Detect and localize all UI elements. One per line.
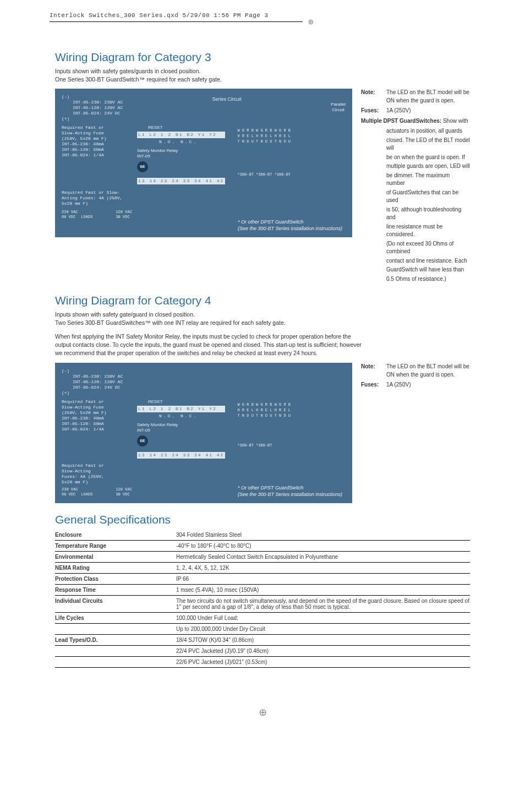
spec-key: Enclosure: [55, 530, 176, 541]
table-row: Life Cycles100,000 Under Full Load;: [55, 613, 470, 624]
section1-sub1: Inputs shown with safety gates/guards in…: [55, 67, 470, 75]
section1-subhead: Inputs shown with safety gates/guards in…: [55, 67, 470, 83]
diag2-v120: INT-05-120: 120V AC: [62, 379, 346, 385]
diag1-terminals: L1 L2 1 2 B1 B2 Y1 Y2: [137, 132, 225, 138]
spec-key: [55, 657, 176, 668]
section2-sub1: Inputs shown with safety gate/guard in c…: [55, 310, 470, 319]
diag1-bfuse1: Required Fast or Slow-: [62, 190, 346, 195]
table-row: Up to 200,000,000 Under Dry Circuit: [55, 624, 470, 635]
spec-value: -40°F to 180°F (-40°C to 80°C): [176, 541, 470, 552]
diag1-footnote: * Or other DPST GuardSwitch (See the 300…: [238, 219, 342, 232]
diag2-wirecolors3: T N D U T N D U T N D U: [237, 413, 291, 419]
fuses1-text: 1A (250V): [386, 107, 411, 115]
diag1-v230: INT-05-230: 230V AC: [62, 100, 123, 105]
diag1-foot1: * Or other DPST GuardSwitch: [238, 219, 342, 225]
spec-key: Protection Class: [55, 574, 176, 585]
spec-key: NEMA Rating: [55, 563, 176, 574]
diag2-outrow: 13 14 23 24 33 34 41 42: [137, 452, 225, 459]
diag1-bfuse3: 5x20 mm F): [62, 201, 346, 206]
spec-key: Temperature Range: [55, 541, 176, 552]
diag1-foot2: (See the 300-BT Series installation inst…: [238, 225, 342, 232]
diag1-polarity-neg: (-): [62, 94, 123, 100]
diag1-wirecolors1: W G R B W G R B W G R B: [237, 128, 291, 134]
section2-row: (-) INT-05-230: 230V AC INT-05-120: 120V…: [55, 363, 470, 503]
multi-line: closed. The LED of the BLT model will: [361, 137, 470, 152]
fuses2-label: Fuses:: [361, 381, 382, 389]
diag2-bfuse2: Slow-Acting: [62, 468, 346, 474]
diag2-bt-labels: *300-BT *300-BT: [237, 443, 291, 449]
diag2-footnote: * Or other DPST GuardSwitch (See the 300…: [238, 484, 342, 498]
diag1-fuse5: INT-05-120: 80mA: [62, 147, 125, 152]
diag1-series-label: Series Circuit: [212, 96, 242, 102]
diag1-volts2: 60 VDC: [62, 215, 78, 220]
section3-title: General Specifications: [55, 513, 470, 526]
diag2-wirecolors1: W G R B W G R B W G R B: [237, 402, 291, 408]
multi-line: line resistance must be considered.: [361, 223, 470, 239]
diag2-bfuse1: Required Fast or: [62, 463, 346, 468]
table-row: Response Time1 msec (5.4VA), 10 msec (15…: [55, 585, 470, 596]
table-row: EnvironmentalHermetically Sealed Contact…: [55, 552, 470, 563]
diag2-fuse3: (250V, 5x20 mm F): [62, 410, 125, 416]
multi-line: actuators in position, all guards: [361, 127, 470, 135]
diag1-fuse2: Slow-Acting Fuse: [62, 130, 125, 136]
page-content: ⊕ ⊕ Wiring Diagram for Category 3 Inputs…: [0, 23, 525, 690]
prepress-header: Interlock Switches_300 Series.qxd 5/29/0…: [0, 0, 525, 23]
diag1-relay1: Safety Monitor Relay: [137, 148, 225, 154]
multi-lead: Show with: [441, 118, 468, 124]
wiring-diagram-cat3: (-) INT-05-230: 230V AC INT-05-120: 120V…: [55, 89, 352, 237]
diag2-fuse1: Required Fast or: [62, 399, 125, 405]
spec-key: Response Time: [55, 585, 176, 596]
spec-value: The two circuits do not switch simultane…: [176, 596, 470, 613]
section2-sub2: Two Series 300-BT GuardSwitches™ with on…: [55, 319, 470, 327]
diag2-loads: LOADS: [81, 492, 92, 497]
spec-value: 22/4 PVC Jacketed (J)/0.19" (0.48cm): [176, 646, 470, 657]
multi-line: contact and line resistance. Each: [361, 257, 470, 265]
multi-line: is 50, although troubleshooting and: [361, 206, 470, 222]
diag2-volts4: 30 VDC: [116, 492, 132, 497]
diag1-relay2: INT-05: [137, 154, 225, 159]
diag1-wirecolors2: H R E L H R E L H R E L: [237, 134, 291, 139]
spec-value: Up to 200,000,000 Under Dry Circuit: [176, 624, 470, 635]
diag1-polarity-pos: (+): [62, 116, 123, 122]
fuses2-text: 1A (250V): [386, 381, 411, 389]
multi-line: GuardSwitch will have less than: [361, 266, 470, 274]
diag2-relay1: Safety Monitor Relay: [137, 422, 225, 428]
multi-line: of GuardSwitches that can be used: [361, 189, 470, 205]
section2-notes: Note: The LED on the BLT model will be O…: [361, 363, 470, 391]
multi-line: multiple guards are open, LED will: [361, 162, 470, 171]
prepress-text: Interlock Switches_300 Series.qxd 5/29/0…: [50, 12, 269, 19]
note2-label: Note:: [361, 363, 382, 379]
ge-logo-icon-2: GE: [137, 435, 148, 446]
diag2-foot2: (See the 300-BT Series installation inst…: [238, 491, 342, 498]
spec-key: [55, 624, 176, 635]
diag2-reset: RESET: [137, 399, 225, 406]
multi-line: (Do not exceed 30 Ohms of combined: [361, 240, 470, 256]
diag2-fuse4: INT-05-230: 40mA: [62, 416, 125, 421]
table-row: Enclosure304 Folded Stainless Steel: [55, 530, 470, 541]
diag1-loads: LOADS: [81, 215, 92, 220]
diag1-volts4: 30 VDC: [116, 215, 132, 220]
diag1-volts3: 120 VAC: [116, 210, 132, 215]
note2-text: The LED on the BLT model will be ON when…: [386, 363, 470, 379]
spec-table: Enclosure304 Folded Stainless SteelTempe…: [55, 530, 470, 668]
diag2-polarity-pos: (+): [62, 390, 346, 396]
multi-line: 0.5 Ohms of resistance.): [361, 275, 470, 284]
wiring-diagram-cat4: (-) INT-05-230: 230V AC INT-05-120: 120V…: [55, 363, 352, 503]
diag1-wirecolors3: T N D U T N D U T N D U: [237, 139, 291, 145]
spec-value: 1 msec (5.4VA), 10 msec (150VA): [176, 585, 470, 596]
diag2-foot1: * Or other DPST GuardSwitch: [238, 484, 342, 491]
spec-key: Life Cycles: [55, 613, 176, 624]
diag2-bfuse3: Fuses: 4A (250V,: [62, 474, 346, 479]
diag2-volts3: 120 VAC: [116, 487, 132, 492]
diag1-v120: INT-05-120: 120V AC: [62, 105, 123, 111]
table-row: NEMA Rating1, 2, 4, 4X, 5, 12, 12K: [55, 563, 470, 574]
table-row: 22/6 PVC Jacketed (J)/021" (0.53cm): [55, 657, 470, 668]
diag2-volts2: 60 VDC: [62, 492, 78, 497]
diag1-fuse6: INT-05-024: 1/4A: [62, 152, 125, 158]
spec-value: 304 Folded Stainless Steel: [176, 530, 470, 541]
diag2-terminals: L1 L2 1 2 B1 B2 Y1 Y2: [137, 406, 225, 412]
diag1-volts1: 230 VAC: [62, 210, 78, 215]
spec-key: Individual Circuits: [55, 596, 176, 613]
spec-key: Environmental: [55, 552, 176, 563]
spec-key: Lead Types/O.D.: [55, 635, 176, 646]
